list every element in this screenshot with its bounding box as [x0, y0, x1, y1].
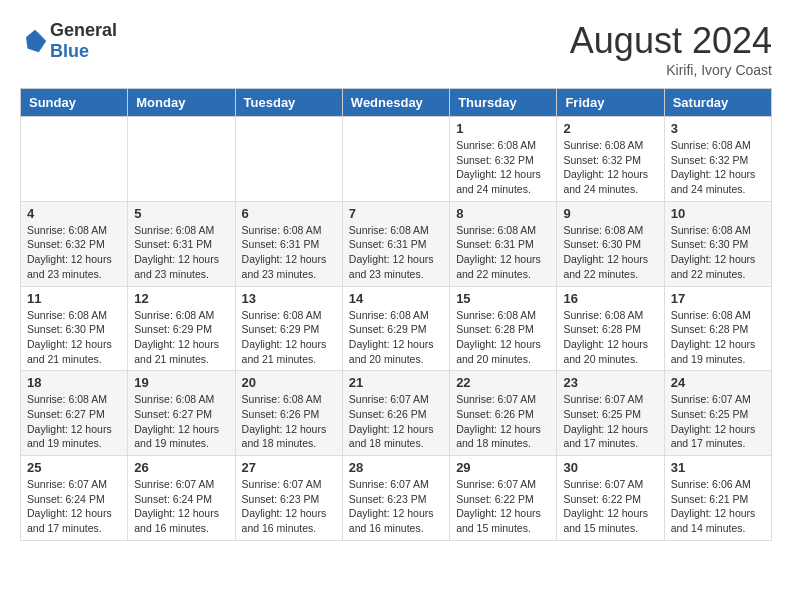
day-info: Sunrise: 6:08 AM Sunset: 6:28 PM Dayligh… — [563, 308, 657, 367]
calendar-day-cell — [342, 117, 449, 202]
day-of-week-header: Thursday — [450, 89, 557, 117]
calendar-day-cell: 13Sunrise: 6:08 AM Sunset: 6:29 PM Dayli… — [235, 286, 342, 371]
day-info: Sunrise: 6:08 AM Sunset: 6:29 PM Dayligh… — [349, 308, 443, 367]
calendar-day-cell: 25Sunrise: 6:07 AM Sunset: 6:24 PM Dayli… — [21, 456, 128, 541]
calendar-day-cell: 27Sunrise: 6:07 AM Sunset: 6:23 PM Dayli… — [235, 456, 342, 541]
day-info: Sunrise: 6:07 AM Sunset: 6:24 PM Dayligh… — [27, 477, 121, 536]
calendar-day-cell — [235, 117, 342, 202]
day-info: Sunrise: 6:07 AM Sunset: 6:23 PM Dayligh… — [242, 477, 336, 536]
day-info: Sunrise: 6:07 AM Sunset: 6:22 PM Dayligh… — [456, 477, 550, 536]
calendar-day-cell: 18Sunrise: 6:08 AM Sunset: 6:27 PM Dayli… — [21, 371, 128, 456]
day-number: 20 — [242, 375, 336, 390]
day-of-week-header: Sunday — [21, 89, 128, 117]
day-info: Sunrise: 6:07 AM Sunset: 6:24 PM Dayligh… — [134, 477, 228, 536]
calendar-day-cell: 20Sunrise: 6:08 AM Sunset: 6:26 PM Dayli… — [235, 371, 342, 456]
day-info: Sunrise: 6:08 AM Sunset: 6:32 PM Dayligh… — [563, 138, 657, 197]
day-number: 23 — [563, 375, 657, 390]
day-info: Sunrise: 6:08 AM Sunset: 6:32 PM Dayligh… — [27, 223, 121, 282]
calendar-day-cell: 30Sunrise: 6:07 AM Sunset: 6:22 PM Dayli… — [557, 456, 664, 541]
calendar-day-cell: 23Sunrise: 6:07 AM Sunset: 6:25 PM Dayli… — [557, 371, 664, 456]
day-number: 16 — [563, 291, 657, 306]
day-number: 18 — [27, 375, 121, 390]
calendar-day-cell: 8Sunrise: 6:08 AM Sunset: 6:31 PM Daylig… — [450, 201, 557, 286]
day-number: 28 — [349, 460, 443, 475]
day-number: 26 — [134, 460, 228, 475]
calendar-day-cell: 9Sunrise: 6:08 AM Sunset: 6:30 PM Daylig… — [557, 201, 664, 286]
svg-marker-0 — [26, 30, 46, 53]
day-number: 22 — [456, 375, 550, 390]
day-number: 1 — [456, 121, 550, 136]
calendar-week-row: 4Sunrise: 6:08 AM Sunset: 6:32 PM Daylig… — [21, 201, 772, 286]
day-info: Sunrise: 6:08 AM Sunset: 6:28 PM Dayligh… — [671, 308, 765, 367]
day-number: 5 — [134, 206, 228, 221]
day-number: 2 — [563, 121, 657, 136]
day-info: Sunrise: 6:08 AM Sunset: 6:29 PM Dayligh… — [134, 308, 228, 367]
day-number: 17 — [671, 291, 765, 306]
day-number: 14 — [349, 291, 443, 306]
day-number: 24 — [671, 375, 765, 390]
calendar-day-cell: 17Sunrise: 6:08 AM Sunset: 6:28 PM Dayli… — [664, 286, 771, 371]
day-of-week-header: Saturday — [664, 89, 771, 117]
day-info: Sunrise: 6:08 AM Sunset: 6:27 PM Dayligh… — [134, 392, 228, 451]
day-info: Sunrise: 6:06 AM Sunset: 6:21 PM Dayligh… — [671, 477, 765, 536]
day-info: Sunrise: 6:08 AM Sunset: 6:31 PM Dayligh… — [134, 223, 228, 282]
calendar-day-cell: 26Sunrise: 6:07 AM Sunset: 6:24 PM Dayli… — [128, 456, 235, 541]
calendar-day-cell: 14Sunrise: 6:08 AM Sunset: 6:29 PM Dayli… — [342, 286, 449, 371]
day-info: Sunrise: 6:08 AM Sunset: 6:28 PM Dayligh… — [456, 308, 550, 367]
calendar-day-cell: 12Sunrise: 6:08 AM Sunset: 6:29 PM Dayli… — [128, 286, 235, 371]
day-info: Sunrise: 6:07 AM Sunset: 6:26 PM Dayligh… — [349, 392, 443, 451]
calendar-day-cell: 24Sunrise: 6:07 AM Sunset: 6:25 PM Dayli… — [664, 371, 771, 456]
calendar-day-cell: 22Sunrise: 6:07 AM Sunset: 6:26 PM Dayli… — [450, 371, 557, 456]
calendar-day-cell: 3Sunrise: 6:08 AM Sunset: 6:32 PM Daylig… — [664, 117, 771, 202]
day-number: 8 — [456, 206, 550, 221]
day-info: Sunrise: 6:08 AM Sunset: 6:31 PM Dayligh… — [349, 223, 443, 282]
calendar-day-cell: 2Sunrise: 6:08 AM Sunset: 6:32 PM Daylig… — [557, 117, 664, 202]
day-number: 10 — [671, 206, 765, 221]
calendar-day-cell: 31Sunrise: 6:06 AM Sunset: 6:21 PM Dayli… — [664, 456, 771, 541]
day-number: 29 — [456, 460, 550, 475]
calendar-week-row: 11Sunrise: 6:08 AM Sunset: 6:30 PM Dayli… — [21, 286, 772, 371]
day-info: Sunrise: 6:07 AM Sunset: 6:23 PM Dayligh… — [349, 477, 443, 536]
calendar-day-cell: 4Sunrise: 6:08 AM Sunset: 6:32 PM Daylig… — [21, 201, 128, 286]
calendar-day-cell: 6Sunrise: 6:08 AM Sunset: 6:31 PM Daylig… — [235, 201, 342, 286]
day-info: Sunrise: 6:07 AM Sunset: 6:25 PM Dayligh… — [671, 392, 765, 451]
day-number: 30 — [563, 460, 657, 475]
day-number: 15 — [456, 291, 550, 306]
day-number: 31 — [671, 460, 765, 475]
day-info: Sunrise: 6:08 AM Sunset: 6:30 PM Dayligh… — [563, 223, 657, 282]
day-of-week-header: Monday — [128, 89, 235, 117]
calendar-week-row: 25Sunrise: 6:07 AM Sunset: 6:24 PM Dayli… — [21, 456, 772, 541]
day-info: Sunrise: 6:07 AM Sunset: 6:22 PM Dayligh… — [563, 477, 657, 536]
day-info: Sunrise: 6:08 AM Sunset: 6:31 PM Dayligh… — [456, 223, 550, 282]
day-info: Sunrise: 6:08 AM Sunset: 6:29 PM Dayligh… — [242, 308, 336, 367]
day-number: 27 — [242, 460, 336, 475]
day-of-week-header: Wednesday — [342, 89, 449, 117]
day-info: Sunrise: 6:08 AM Sunset: 6:31 PM Dayligh… — [242, 223, 336, 282]
day-number: 25 — [27, 460, 121, 475]
day-info: Sunrise: 6:08 AM Sunset: 6:30 PM Dayligh… — [671, 223, 765, 282]
calendar-day-cell: 10Sunrise: 6:08 AM Sunset: 6:30 PM Dayli… — [664, 201, 771, 286]
day-number: 6 — [242, 206, 336, 221]
day-number: 13 — [242, 291, 336, 306]
calendar-day-cell: 29Sunrise: 6:07 AM Sunset: 6:22 PM Dayli… — [450, 456, 557, 541]
location-subtitle: Kirifi, Ivory Coast — [570, 62, 772, 78]
day-number: 21 — [349, 375, 443, 390]
day-number: 3 — [671, 121, 765, 136]
day-info: Sunrise: 6:08 AM Sunset: 6:27 PM Dayligh… — [27, 392, 121, 451]
day-number: 4 — [27, 206, 121, 221]
calendar-day-cell — [21, 117, 128, 202]
logo: General Blue — [20, 20, 117, 62]
day-info: Sunrise: 6:08 AM Sunset: 6:26 PM Dayligh… — [242, 392, 336, 451]
day-info: Sunrise: 6:08 AM Sunset: 6:32 PM Dayligh… — [456, 138, 550, 197]
day-number: 7 — [349, 206, 443, 221]
calendar-day-cell: 15Sunrise: 6:08 AM Sunset: 6:28 PM Dayli… — [450, 286, 557, 371]
calendar-day-cell: 7Sunrise: 6:08 AM Sunset: 6:31 PM Daylig… — [342, 201, 449, 286]
day-info: Sunrise: 6:07 AM Sunset: 6:26 PM Dayligh… — [456, 392, 550, 451]
day-info: Sunrise: 6:08 AM Sunset: 6:30 PM Dayligh… — [27, 308, 121, 367]
day-of-week-header: Tuesday — [235, 89, 342, 117]
title-area: August 2024 Kirifi, Ivory Coast — [570, 20, 772, 78]
calendar-day-cell — [128, 117, 235, 202]
day-number: 11 — [27, 291, 121, 306]
calendar-table: SundayMondayTuesdayWednesdayThursdayFrid… — [20, 88, 772, 541]
calendar-week-row: 18Sunrise: 6:08 AM Sunset: 6:27 PM Dayli… — [21, 371, 772, 456]
